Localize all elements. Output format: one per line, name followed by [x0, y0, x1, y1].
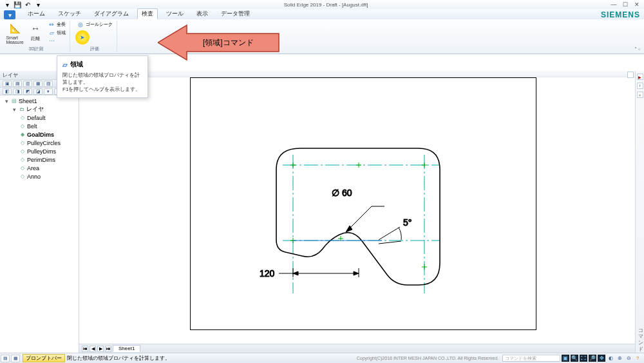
sidebar: レイヤ ▣ ▤ ▥ ▦ ▧ ◧ ◨ ◩ ◪ ▾ ◫ ▾▤Sheet1 ▾🗀レイヤ…: [0, 71, 79, 353]
save-icon[interactable]: 💾: [13, 1, 22, 8]
canvas-area: ∅ 60 5° 120: [79, 71, 635, 353]
layer-item[interactable]: ◇PulleyCircles: [1, 139, 77, 147]
close-panel-icon[interactable]: ✕: [637, 92, 643, 98]
status-icon[interactable]: ▦: [11, 355, 20, 362]
tb-icon[interactable]: ▤: [13, 81, 22, 87]
distance-button[interactable]: ↔ 距離: [26, 21, 45, 43]
svg-marker-26: [354, 271, 359, 275]
distance-label: 距離: [31, 35, 40, 42]
drawing-canvas[interactable]: ∅ 60 5° 120: [79, 77, 635, 344]
qat-dropdown-icon[interactable]: ▾: [33, 1, 43, 8]
layer-item[interactable]: ◇PerimDims: [1, 155, 77, 164]
ribbon: 📐 Smart Measure ↔ 距離 ⇔全長 ▱領域 ⋯ 3D計測 ◎ゴール…: [0, 19, 644, 54]
sheet-tab[interactable]: Sheet1: [113, 345, 140, 352]
tb-icon[interactable]: ◪: [33, 88, 43, 95]
tab-data[interactable]: データ管理: [216, 8, 254, 19]
status-extra-icon[interactable]: ⊕: [616, 355, 623, 362]
sheet-first-icon[interactable]: ⏮: [82, 346, 88, 352]
area-tooltip: ▱領域 閉じた領域の領域プロパティを計算します。 F1を押してヘルプを表示します…: [57, 55, 148, 98]
right-rail-label: コマンド検索: [636, 326, 643, 349]
minimize-button[interactable]: —: [609, 1, 618, 8]
annotation-text: [領域]コマンド: [203, 37, 254, 48]
area-tooltip-icon: ▱: [62, 61, 68, 68]
tb-icon[interactable]: ▦: [33, 81, 43, 87]
zoom-fit-icon[interactable]: ⛶: [580, 355, 587, 362]
view-toolbar[interactable]: [79, 71, 635, 77]
group-eval-label: 評価: [90, 46, 99, 52]
sheet-tabs: ⏮ ◀ ▶ ⏭ Sheet1: [79, 344, 635, 353]
tab-diagram[interactable]: ダイアグラム: [90, 8, 133, 19]
center-mark: [290, 162, 296, 168]
workspace: レイヤ ▣ ▤ ▥ ▦ ▧ ◧ ◨ ◩ ◪ ▾ ◫ ▾▤Sheet1 ▾🗀レイヤ…: [0, 71, 644, 353]
undo-icon[interactable]: ↶: [23, 1, 32, 8]
layer-item[interactable]: ◇PulleyDims: [1, 147, 77, 155]
tab-home[interactable]: ホーム: [23, 8, 50, 19]
zoom-icon[interactable]: 🔎: [589, 355, 596, 362]
area-tooltip-line2: F1を押してヘルプを表示します。: [62, 86, 142, 93]
sheet-last-icon[interactable]: ⏭: [105, 346, 111, 352]
layer-item[interactable]: ◆GoalDims: [1, 130, 77, 139]
layer-tree[interactable]: ▾▤Sheet1 ▾🗀レイヤ ◇Default ◇Belt ◆GoalDims …: [0, 95, 79, 182]
group-measure-label: 3D計測: [29, 46, 44, 52]
tb-icon[interactable]: ◨: [13, 88, 22, 95]
area-icon: ▱: [48, 29, 55, 37]
tree-layers-group[interactable]: ▾🗀レイヤ: [1, 105, 77, 113]
part-profile: [276, 148, 440, 285]
layer-item[interactable]: ◇Anno: [1, 172, 77, 181]
tb-icon[interactable]: ▥: [23, 81, 32, 87]
tb-icon[interactable]: ▾: [44, 88, 53, 95]
layer-item[interactable]: ◇Belt: [1, 122, 77, 130]
svg-line-20: [379, 227, 400, 240]
tb-icon[interactable]: ◧: [3, 88, 12, 95]
smart-measure-button[interactable]: 📐 Smart Measure: [5, 21, 24, 45]
siemens-logo: SIEMENS: [601, 10, 640, 19]
goalseek-button[interactable]: ◎ゴールシーク: [75, 21, 114, 28]
youtube-icon[interactable]: ▶: [637, 74, 643, 80]
status-extra-icon[interactable]: ⊖: [625, 355, 632, 362]
layer-item[interactable]: ◇Default: [1, 113, 77, 122]
svg-marker-25: [293, 271, 298, 275]
status-help-icon[interactable]: ?: [634, 355, 641, 362]
tb-icon[interactable]: ▣: [3, 81, 12, 87]
layer-item[interactable]: ◇Area: [1, 164, 77, 172]
tree-root[interactable]: ▾▤Sheet1: [1, 97, 77, 105]
facebook-icon[interactable]: f: [637, 83, 643, 89]
command-search-input[interactable]: コマンドを検索: [502, 355, 560, 362]
status-bar: ▤ ▦ プロンプトバー 閉じた領域の領域プロパティを計算します。 Copyrig…: [0, 353, 644, 363]
pan-icon[interactable]: ✥: [598, 355, 605, 362]
tab-sketch[interactable]: スケッチ: [53, 8, 86, 19]
prompt-text: 閉じた領域の領域プロパティを計算します。: [67, 355, 170, 362]
close-button[interactable]: ✕: [632, 1, 641, 8]
ribbon-group-eval: ◎ゴールシーク ➤ 評価: [73, 21, 117, 52]
sheet-next-icon[interactable]: ▶: [97, 346, 104, 352]
tab-inspect[interactable]: 検査: [137, 8, 158, 19]
view-icon[interactable]: ▣: [562, 355, 569, 362]
application-button[interactable]: ▾: [4, 10, 15, 19]
area-button[interactable]: ▱領域: [46, 29, 67, 37]
target-icon: ◎: [77, 21, 84, 28]
dim-width: 120: [260, 268, 275, 279]
tb-icon[interactable]: ▧: [44, 81, 53, 87]
window-controls: — ☐ ✕: [609, 1, 641, 8]
zoom-area-icon[interactable]: 🔍: [571, 355, 578, 362]
tb-icon[interactable]: ◩: [23, 88, 32, 95]
maximize-button[interactable]: ☐: [621, 1, 630, 8]
title-bar: ▾ 💾 ↶ ▾ Solid Edge 2019 - Draft - [Augus…: [0, 0, 644, 9]
status-icon[interactable]: ▤: [1, 355, 10, 362]
tab-view[interactable]: 表示: [192, 8, 213, 19]
status-extra-icon[interactable]: ◐: [607, 355, 614, 362]
app-menu-icon[interactable]: ▾: [3, 1, 12, 8]
prompt-label: プロンプトバー: [23, 354, 65, 362]
blank-button[interactable]: ⋯: [46, 37, 67, 45]
ribbon-group-measure: 📐 Smart Measure ↔ 距離 ⇔全長 ▱領域 ⋯ 3D計測: [3, 21, 70, 52]
total-length-button[interactable]: ⇔全長: [46, 21, 67, 28]
distance-icon: ↔: [28, 21, 43, 35]
sheet-prev-icon[interactable]: ◀: [90, 346, 96, 352]
dim-angle: 5°: [403, 217, 412, 228]
length-icon: ⇔: [48, 21, 55, 28]
smart-measure-label: Smart Measure: [6, 35, 23, 44]
quick-access-toolbar: ▾ 💾 ↶ ▾: [3, 1, 43, 8]
ribbon-collapse-icon[interactable]: ˄ ▫: [634, 46, 640, 52]
area-command-button[interactable]: ➤: [75, 30, 90, 44]
tab-tool[interactable]: ツール: [162, 8, 188, 19]
